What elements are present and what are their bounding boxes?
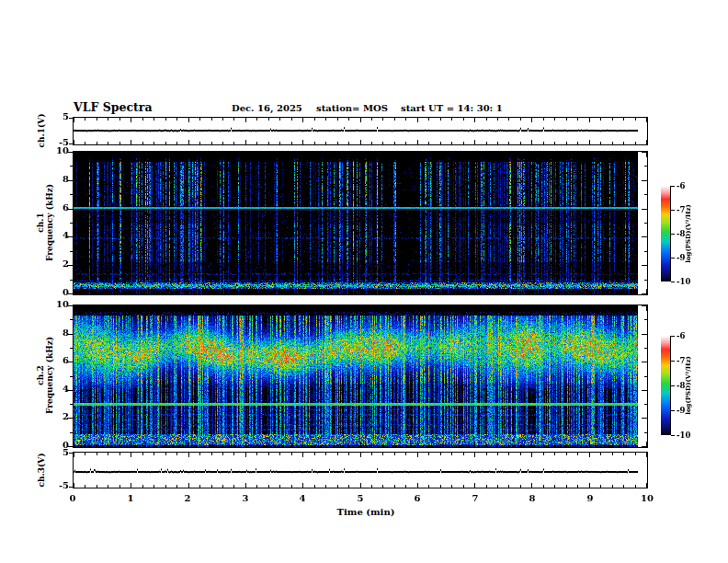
x-tick	[646, 483, 647, 488]
x-tick	[108, 152, 108, 155]
x-tick	[486, 292, 487, 294]
x-tick	[314, 152, 315, 155]
x-tick	[566, 292, 567, 294]
x-tick	[176, 152, 177, 155]
x-tick	[142, 292, 143, 294]
x-tick	[600, 152, 601, 155]
x-tick	[74, 289, 74, 294]
x-tick	[463, 142, 464, 144]
x-tick	[291, 142, 292, 144]
x-tick	[382, 142, 383, 144]
x-tick	[623, 305, 624, 308]
y-tick-label: -5	[45, 137, 69, 148]
x-tick	[566, 118, 567, 121]
x-tick	[233, 305, 234, 308]
x-tick	[325, 118, 326, 121]
y-tick	[644, 280, 647, 281]
x-tick	[188, 453, 189, 457]
x-tick	[497, 152, 498, 155]
x-tick	[451, 142, 452, 144]
x-tick	[589, 118, 590, 122]
x-tick	[211, 305, 212, 308]
x-tick	[417, 140, 418, 144]
x-tick	[302, 118, 303, 122]
x-tick	[119, 305, 120, 308]
x-tick	[382, 485, 383, 488]
x-tick	[97, 305, 97, 308]
x-tick	[142, 305, 143, 308]
x-tick	[417, 152, 418, 157]
x-tick	[211, 152, 212, 155]
x-tick	[543, 305, 544, 308]
x-tick	[577, 453, 578, 455]
x-tick	[577, 444, 578, 447]
x-tick	[474, 442, 475, 447]
ch2-spectrogram-panel	[73, 304, 648, 448]
x-tick	[337, 292, 338, 294]
x-tick	[337, 152, 338, 155]
y-tick	[642, 236, 647, 237]
x-tick	[589, 289, 590, 294]
x-tick	[623, 118, 624, 121]
x-tick	[646, 118, 647, 122]
date-label: Dec. 16, 2025	[232, 103, 302, 113]
x-tick	[188, 289, 189, 294]
x-tick-label: 5	[347, 493, 374, 504]
x-tick	[417, 453, 418, 457]
x-tick	[382, 444, 383, 447]
y-tick	[642, 446, 647, 447]
x-tick	[508, 444, 509, 447]
x-tick	[554, 142, 555, 144]
colorbar-tick	[671, 385, 675, 386]
x-tick	[85, 142, 85, 144]
y-tick	[644, 348, 647, 349]
x-tick	[371, 453, 372, 455]
x-tick	[245, 442, 246, 447]
x-tick	[428, 305, 429, 308]
x-tick	[131, 453, 131, 457]
x-tick	[520, 292, 521, 294]
x-tick	[154, 453, 154, 455]
x-tick	[314, 305, 315, 308]
y-tick	[644, 166, 647, 167]
x-tick	[154, 292, 154, 294]
x-tick	[543, 485, 544, 488]
x-tick	[577, 292, 578, 294]
x-tick	[97, 118, 97, 121]
y-tick-label: 4	[45, 384, 69, 395]
x-tick	[142, 453, 143, 455]
x-tick	[85, 292, 85, 294]
y-tick-label: 0	[45, 287, 69, 298]
x-tick	[589, 483, 590, 488]
x-tick	[302, 453, 303, 457]
y-tick	[69, 118, 73, 119]
x-tick	[508, 142, 509, 144]
x-tick	[440, 292, 441, 294]
x-tick	[211, 142, 212, 144]
x-tick	[337, 485, 338, 488]
x-tick	[268, 292, 269, 294]
y-tick	[642, 390, 647, 391]
x-tick	[291, 453, 292, 455]
x-tick	[463, 305, 464, 308]
x-tick	[600, 444, 601, 447]
x-tick	[325, 292, 326, 294]
x-tick	[577, 142, 578, 144]
x-tick	[474, 140, 475, 144]
x-tick	[188, 442, 189, 447]
x-tick	[554, 292, 555, 294]
y-tick	[70, 194, 73, 195]
x-tick	[337, 118, 338, 121]
x-tick	[497, 485, 498, 488]
x-tick	[348, 305, 349, 308]
ch2-colorbar	[661, 336, 671, 435]
ch1-voltage-panel	[73, 117, 648, 145]
x-tick	[360, 289, 361, 294]
x-tick	[268, 118, 269, 121]
x-tick	[119, 444, 120, 447]
x-tick	[394, 118, 395, 121]
x-tick	[85, 444, 85, 447]
x-tick	[188, 118, 189, 122]
x-tick	[360, 152, 361, 157]
x-tick	[131, 118, 131, 122]
